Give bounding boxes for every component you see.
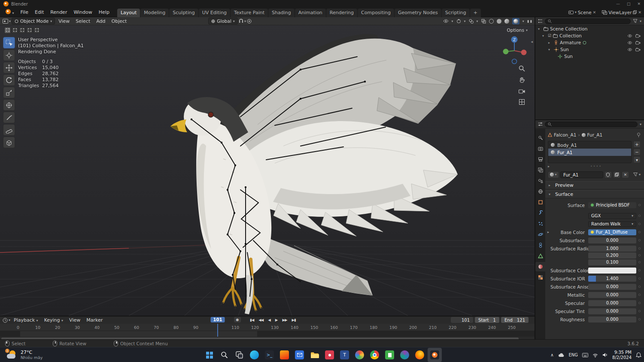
menu-render[interactable]: Render xyxy=(47,8,70,16)
disable-render-camera-icon[interactable] xyxy=(635,48,641,52)
teams-icon[interactable]: T xyxy=(337,348,352,362)
volume-icon[interactable] xyxy=(602,353,608,357)
subsurface-color-swatch[interactable] xyxy=(588,268,636,274)
disclosure-icon[interactable]: ▾ xyxy=(548,48,552,52)
breadcrumb-material[interactable]: Fur_A1 xyxy=(587,132,603,137)
animate-dot[interactable] xyxy=(638,239,641,241)
disclosure-icon[interactable]: ▾ xyxy=(538,27,542,31)
falcon-model[interactable] xyxy=(170,34,458,314)
transform-orientation-dropdown[interactable]: Global ▾ xyxy=(208,18,238,24)
outliner-header-chevron-icon[interactable]: ▾ xyxy=(640,19,641,23)
blender-taskbar-icon[interactable] xyxy=(428,348,442,362)
animate-dot[interactable] xyxy=(638,247,641,249)
animate-dot[interactable] xyxy=(638,310,641,312)
tool-measure[interactable] xyxy=(3,124,15,136)
tab-layout[interactable]: Layout xyxy=(117,9,140,17)
tab-geometry-nodes[interactable]: Geometry Nodes xyxy=(395,9,441,17)
subsurface-radius-x[interactable]: 1.000 xyxy=(588,246,636,252)
subsurface-slider[interactable]: 0.000 xyxy=(588,237,636,243)
menu-edit[interactable]: Edit xyxy=(32,8,47,16)
add-workspace-button[interactable]: + xyxy=(470,9,481,17)
tab-render[interactable] xyxy=(535,144,545,153)
jump-to-end-button[interactable]: ▶▮ xyxy=(290,317,297,322)
specular-slider[interactable]: 0.000 xyxy=(588,300,636,306)
camera-view-icon[interactable] xyxy=(519,88,525,95)
show-overlays-icon[interactable] xyxy=(469,19,474,24)
shading-rendered-button[interactable] xyxy=(512,18,519,24)
properties-search-input[interactable] xyxy=(545,122,638,127)
photos-icon[interactable] xyxy=(352,348,367,362)
tab-scene[interactable] xyxy=(535,176,545,186)
hide-eye-icon[interactable] xyxy=(627,48,632,52)
close-button[interactable]: ✕ xyxy=(637,2,641,6)
shading-material-button[interactable] xyxy=(504,19,509,24)
outliner-editor-icon[interactable] xyxy=(538,19,543,23)
maximize-button[interactable]: □ xyxy=(627,2,631,6)
slot-specials-button[interactable]: ▾ xyxy=(633,156,641,163)
viewport-3d[interactable]: ▾ Object Mode ▾ View Select Add Object G… xyxy=(0,17,535,316)
gizmo-x-axis[interactable] xyxy=(521,50,527,55)
menu-object[interactable]: Object xyxy=(109,18,130,25)
tab-physics[interactable] xyxy=(535,230,545,239)
tool-rotate[interactable] xyxy=(3,74,15,86)
subsurface-anisotropy-slider[interactable]: 0.000 xyxy=(588,284,636,290)
scene-unlink-icon[interactable]: ✕ xyxy=(593,10,596,15)
navigation-gizmo[interactable]: Z xyxy=(496,35,531,71)
notification-bell-icon[interactable] xyxy=(636,352,641,358)
tab-scripting[interactable]: Scripting xyxy=(442,9,470,17)
shading-wireframe-button[interactable] xyxy=(489,19,494,24)
timeline-editor-chevron-icon[interactable]: ▾ xyxy=(9,318,10,322)
search-button[interactable] xyxy=(217,348,231,362)
tab-texture[interactable] xyxy=(535,273,545,282)
options-dropdown[interactable]: Options ▾ xyxy=(504,27,530,33)
end-frame-field[interactable]: End121 xyxy=(501,317,529,323)
properties-header-chevron-icon[interactable]: ▾ xyxy=(640,122,641,126)
start-button[interactable] xyxy=(202,348,216,362)
object-visibility-icon[interactable] xyxy=(443,19,449,23)
outliner-search-input[interactable] xyxy=(545,18,631,24)
browse-material-button[interactable]: ▾ xyxy=(548,171,559,178)
viewlayer-copy-icon[interactable] xyxy=(633,10,637,14)
material-slot-list[interactable]: Body_A1 Fur_A1 xyxy=(548,141,632,163)
tool-add-cube[interactable] xyxy=(3,137,15,148)
tab-particles[interactable] xyxy=(535,219,545,228)
next-keyframe-button[interactable]: ▶▶ xyxy=(280,317,289,322)
gizmo-y-axis[interactable] xyxy=(503,49,509,55)
expand-icon[interactable]: ▸ xyxy=(546,230,550,234)
add-slot-button[interactable]: + xyxy=(633,141,641,148)
timeline-track[interactable] xyxy=(0,331,535,337)
menu-marker[interactable]: Marker xyxy=(84,317,105,323)
scene-browse-icon[interactable] xyxy=(568,10,574,15)
tool-annotate[interactable] xyxy=(3,112,15,123)
onedrive-cloud-icon[interactable] xyxy=(558,353,565,357)
tab-object-data[interactable] xyxy=(535,251,545,261)
outliner-item-sun-data[interactable]: Sun xyxy=(535,53,644,60)
select-mode-invert[interactable] xyxy=(26,27,33,33)
proportional-edit-icon[interactable] xyxy=(247,19,252,24)
menu-keying[interactable]: Keying ▾ xyxy=(42,317,66,323)
menu-playback[interactable]: Playback ▾ xyxy=(11,317,41,323)
play-reverse-button[interactable]: ◀ xyxy=(266,317,272,322)
playhead[interactable] xyxy=(217,324,218,337)
hide-eye-icon[interactable] xyxy=(627,34,632,38)
surface-shader-button[interactable]: Principled BSDF xyxy=(588,202,636,208)
animate-dot[interactable] xyxy=(638,254,641,256)
overlays-chevron-icon[interactable]: ▾ xyxy=(477,19,478,23)
collection-checkbox-icon[interactable]: ☑ xyxy=(548,33,551,38)
tool-cursor[interactable] xyxy=(3,49,15,61)
link-chevron-icon[interactable]: ▾ xyxy=(639,173,641,176)
menu-file[interactable]: File xyxy=(18,8,31,16)
terminal-icon[interactable]: >_ xyxy=(262,348,276,362)
tool-scale[interactable] xyxy=(3,87,15,98)
touch-keyboard-icon[interactable] xyxy=(582,353,588,357)
tab-object[interactable] xyxy=(535,198,545,207)
tray-chevron-up-icon[interactable]: ∧ xyxy=(550,353,553,357)
scene-name[interactable]: Scene xyxy=(578,10,592,15)
start-frame-field[interactable]: Start1 xyxy=(475,317,499,323)
roughness-slider[interactable]: 0.000 xyxy=(588,316,636,322)
tab-animation[interactable]: Animation xyxy=(295,9,326,17)
editor-type-chevron-icon[interactable]: ▾ xyxy=(9,19,11,23)
tab-texture-paint[interactable]: Texture Paint xyxy=(231,9,268,17)
select-mode-new[interactable] xyxy=(4,27,11,33)
grip-dots-icon[interactable]: •••• xyxy=(552,164,641,168)
